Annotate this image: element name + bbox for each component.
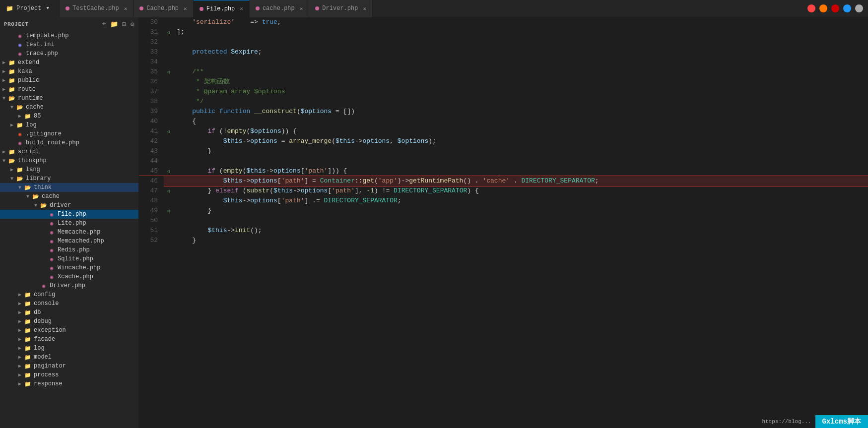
file-icon: ◉ [16, 50, 24, 58]
sidebar-header-actions: + 📁 ⊟ ⚙ [102, 20, 134, 28]
folder-icon: 📁 [24, 371, 32, 379]
sidebar-item-driver2[interactable]: ◉ Driver.php [0, 281, 138, 290]
tab-close[interactable]: ✕ [363, 5, 366, 12]
sidebar-item-sqlite[interactable]: ◉ Sqlite.php [0, 254, 138, 263]
item-label: Redis.php [58, 246, 90, 253]
line-number: 38 [139, 97, 164, 107]
tab-close[interactable]: ✕ [124, 5, 128, 12]
fold-gutter [164, 97, 173, 107]
arrow: ▼ [24, 194, 32, 199]
sidebar-item-public[interactable]: ▶ 📁 public [0, 76, 138, 85]
sidebar-item-extend[interactable]: ▶ 📁 extend [0, 58, 138, 67]
sidebar-item-buildroute[interactable]: ◉ build_route.php [0, 138, 138, 147]
sidebar-item-response[interactable]: ▶ 📁 response [0, 379, 138, 388]
settings-icon[interactable]: ⚙ [131, 20, 134, 28]
sidebar-item-runtime-cache[interactable]: ▼ 📂 cache [0, 103, 138, 112]
code-content: } [173, 206, 868, 216]
sidebar-item-console[interactable]: ▶ 📁 console [0, 299, 138, 308]
tab-dot [139, 6, 143, 10]
sidebar-item-kaka[interactable]: ▶ 📁 kaka [0, 67, 138, 76]
sidebar-item-redis[interactable]: ◉ Redis.php [0, 245, 138, 254]
tab-close[interactable]: ✕ [240, 5, 243, 12]
line-number: 50 [139, 216, 164, 226]
code-container[interactable]: 30 'serialize' => true, 31 ◁ ]; 32 [139, 17, 868, 428]
fold-gutter [164, 117, 173, 126]
sidebar-item-lang[interactable]: ▶ 📁 lang [0, 165, 138, 174]
tab-testcache[interactable]: TestCache.php ✕ [60, 0, 134, 17]
sidebar-item-log2[interactable]: ▶ 📁 log [0, 344, 138, 353]
tab-dot [66, 6, 69, 10]
code-content [173, 216, 868, 226]
sidebar-item-process[interactable]: ▶ 📁 process [0, 370, 138, 379]
sidebar-item-testini[interactable]: ◉ test.ini [0, 40, 138, 49]
watermark-url: https://blog... [762, 419, 811, 425]
fold-gutter [164, 37, 173, 47]
tab-file[interactable]: File.php ✕ [194, 0, 250, 17]
tab-list: 📁 Project ▼ TestCache.php ✕ Cache.php ✕ … [0, 0, 802, 17]
fold-gutter [164, 156, 173, 166]
folder-icon: 📁 [24, 326, 32, 334]
tab-cache-lower[interactable]: cache.php ✕ [250, 0, 309, 17]
sidebar-item-exception[interactable]: ▶ 📁 exception [0, 326, 138, 335]
sidebar-item-thinkphp[interactable]: ▼ 📂 thinkphp [0, 156, 138, 165]
arrow: ▶ [8, 122, 16, 128]
code-content [173, 57, 868, 67]
fold-gutter [164, 236, 173, 245]
sidebar-item-trace[interactable]: ◉ trace.php [0, 49, 138, 58]
tab-close[interactable]: ✕ [184, 5, 187, 12]
main-area: PROJECT + 📁 ⊟ ⚙ ◉ template.php ◉ test.in… [0, 17, 868, 428]
sidebar-item-db[interactable]: ▶ 📁 db [0, 308, 138, 317]
sidebar-item-template[interactable]: ◉ template.php [0, 31, 138, 40]
code-line-48: 48 $this->options['path'] .= DIRECTORY_S… [139, 196, 868, 206]
sidebar-item-runtime[interactable]: ▼ 📂 runtime [0, 94, 138, 103]
new-file-icon[interactable]: + [102, 20, 106, 28]
sidebar-item-gitignore[interactable]: ◉ .gitignore [0, 129, 138, 138]
tab-close[interactable]: ✕ [300, 5, 303, 12]
project-label: Project [16, 5, 41, 12]
sidebar-item-route[interactable]: ▶ 📁 route [0, 85, 138, 94]
sidebar-item-filephp[interactable]: ◉ File.php [0, 210, 138, 219]
file-icon: ◉ [48, 255, 56, 263]
sidebar-item-model[interactable]: ▶ 📁 model [0, 353, 138, 362]
sidebar-item-cache2[interactable]: ▼ 📂 cache [0, 192, 138, 201]
tab-label: Cache.php [146, 5, 179, 12]
sidebar-item-debug[interactable]: ▶ 📁 debug [0, 317, 138, 326]
item-label: test.ini [26, 41, 55, 48]
item-label: model [34, 354, 52, 361]
file-icon: ◉ [48, 228, 56, 236]
new-folder-icon[interactable]: 📁 [110, 20, 119, 28]
item-label: public [18, 77, 39, 84]
sidebar-item-driver[interactable]: ▼ 📂 driver [0, 201, 138, 210]
sidebar-item-litephp[interactable]: ◉ Lite.php [0, 219, 138, 228]
sidebar-item-config[interactable]: ▶ 📁 config [0, 290, 138, 299]
line-number: 40 [139, 117, 164, 126]
sidebar-item-think[interactable]: ▼ 📂 think [0, 183, 138, 192]
tab-cache[interactable]: Cache.php ✕ [134, 0, 193, 17]
sidebar-item-85[interactable]: ▶ 📁 85 [0, 112, 138, 121]
sidebar-item-paginator[interactable]: ▶ 📁 paginator [0, 362, 138, 370]
project-header[interactable]: 📁 Project ▼ [0, 0, 60, 17]
project-dropdown[interactable]: ▼ [46, 6, 49, 11]
code-line-51: 51 $this->init(); [139, 226, 868, 236]
collapse-icon[interactable]: ⊟ [122, 20, 126, 28]
code-content: $this->init(); [173, 226, 868, 236]
sidebar-item-xcache[interactable]: ◉ Xcache.php [0, 272, 138, 281]
sidebar: PROJECT + 📁 ⊟ ⚙ ◉ template.php ◉ test.in… [0, 17, 139, 428]
line-number: 35 [139, 67, 164, 77]
sidebar-item-memcached[interactable]: ◉ Memcached.php [0, 237, 138, 245]
item-label: build_route.php [26, 139, 79, 146]
code-line-36: 36 * 架构函数 [139, 77, 868, 87]
sidebar-item-log[interactable]: ▶ 📁 log [0, 121, 138, 129]
fold-gutter [164, 47, 173, 57]
folder-icon: 📁 [8, 67, 16, 75]
icon-edge [843, 4, 851, 12]
arrow: ▶ [0, 86, 8, 92]
sidebar-item-memcache[interactable]: ◉ Memcache.php [0, 228, 138, 237]
tab-driver[interactable]: Driver.php ✕ [309, 0, 373, 17]
sidebar-item-library[interactable]: ▼ 📂 library [0, 174, 138, 183]
fold-gutter [164, 216, 173, 226]
sidebar-item-wincache[interactable]: ◉ Wincache.php [0, 263, 138, 272]
sidebar-item-script[interactable]: ▶ 📁 script [0, 147, 138, 156]
sidebar-item-facade[interactable]: ▶ 📁 facade [0, 335, 138, 344]
code-content: ]; [173, 27, 868, 37]
